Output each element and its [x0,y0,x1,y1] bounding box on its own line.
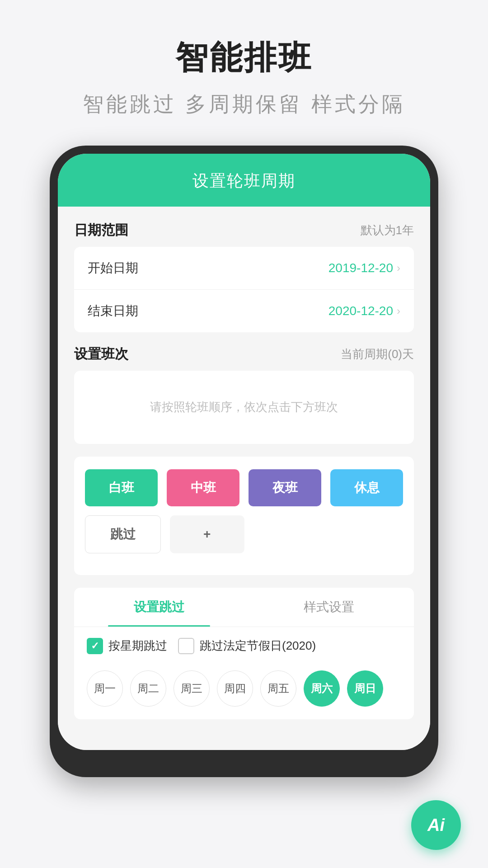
shift-placeholder-text: 请按照轮班顺序，依次点击下方班次 [150,400,338,414]
week-skip-check-icon: ✓ [91,640,99,652]
start-date-label: 开始日期 [88,259,138,277]
shift-section-label: 设置班次 [74,345,128,363]
date-section-header: 日期范围 默认为1年 [74,221,414,240]
weekday-tue[interactable]: 周二 [130,670,166,707]
weekday-fri[interactable]: 周五 [260,670,296,707]
ai-fab-label: Ai [427,816,445,835]
page-header: 智能排班 智能跳过 多周期保留 样式分隔 [83,0,405,137]
start-date-value-wrap: 2019-12-20 › [328,261,400,275]
week-skip-checkbox-item[interactable]: ✓ 按星期跳过 [87,638,167,654]
holiday-skip-label: 跳过法定节假日(2020) [200,638,316,654]
page-title: 智能排班 [83,36,405,80]
tab-bar: 设置跳过 样式设置 [74,588,414,627]
shift-placeholder-card: 请按照轮班顺序，依次点击下方班次 [74,371,414,444]
weekday-wed[interactable]: 周三 [174,670,210,707]
checkbox-row: ✓ 按星期跳过 跳过法定节假日(2020) [74,627,414,665]
app-bar: 设置轮班周期 [58,154,430,207]
shift-buttons-card: 白班 中班 夜班 休息 跳过 + [74,457,414,575]
rest-shift-button[interactable]: 休息 [330,469,403,506]
date-section-label: 日期范围 [74,221,128,240]
skip-shift-button[interactable]: 跳过 [85,515,161,553]
date-card: 开始日期 2019-12-20 › 结束日期 2020-12-20 › [74,247,414,332]
date-section-hint: 默认为1年 [361,222,414,238]
night-shift-button[interactable]: 夜班 [249,469,321,506]
weekday-sun[interactable]: 周日 [347,670,383,707]
tab-section: 设置跳过 样式设置 ✓ 按星期跳过 [74,588,414,719]
shift-row-1: 白班 中班 夜班 休息 [85,469,403,506]
end-date-row[interactable]: 结束日期 2020-12-20 › [74,290,414,332]
app-bar-title: 设置轮班周期 [58,170,430,192]
weekday-sat[interactable]: 周六 [304,670,340,707]
app-content: 日期范围 默认为1年 开始日期 2019-12-20 › 结束日期 20 [58,207,430,750]
weekday-thu[interactable]: 周四 [217,670,253,707]
weekday-row: 周一 周二 周三 周四 周五 周六 周日 [74,665,414,719]
page-subtitle: 智能跳过 多周期保留 样式分隔 [83,90,405,118]
mid-shift-button[interactable]: 中班 [167,469,239,506]
end-date-label: 结束日期 [88,302,138,320]
white-shift-button[interactable]: 白班 [85,469,158,506]
holiday-skip-checkbox[interactable] [178,638,194,654]
shift-section-hint: 当前周期(0)天 [341,346,414,362]
shift-placeholder: 请按照轮班顺序，依次点击下方班次 [74,371,414,444]
end-date-chevron-icon: › [397,305,400,317]
tab-style[interactable]: 样式设置 [244,588,414,627]
end-date-value: 2020-12-20 [328,304,393,318]
shift-section-header: 设置班次 当前周期(0)天 [74,345,414,363]
holiday-skip-checkbox-item[interactable]: 跳过法定节假日(2020) [178,638,316,654]
phone-inner: 设置轮班周期 日期范围 默认为1年 开始日期 2019-12-20 › [58,154,430,750]
weekday-mon[interactable]: 周一 [87,670,123,707]
start-date-value: 2019-12-20 [328,261,393,275]
week-skip-label: 按星期跳过 [108,638,167,654]
start-date-chevron-icon: › [397,262,400,274]
tab-skip[interactable]: 设置跳过 [74,588,244,627]
shift-row-2: 跳过 + [85,515,403,553]
end-date-value-wrap: 2020-12-20 › [328,304,400,318]
add-shift-button[interactable]: + [170,515,245,553]
week-skip-checkbox[interactable]: ✓ [87,638,103,654]
ai-fab-button[interactable]: Ai [411,800,461,850]
start-date-row[interactable]: 开始日期 2019-12-20 › [74,247,414,290]
phone-mockup: 设置轮班周期 日期范围 默认为1年 开始日期 2019-12-20 › [50,146,438,777]
